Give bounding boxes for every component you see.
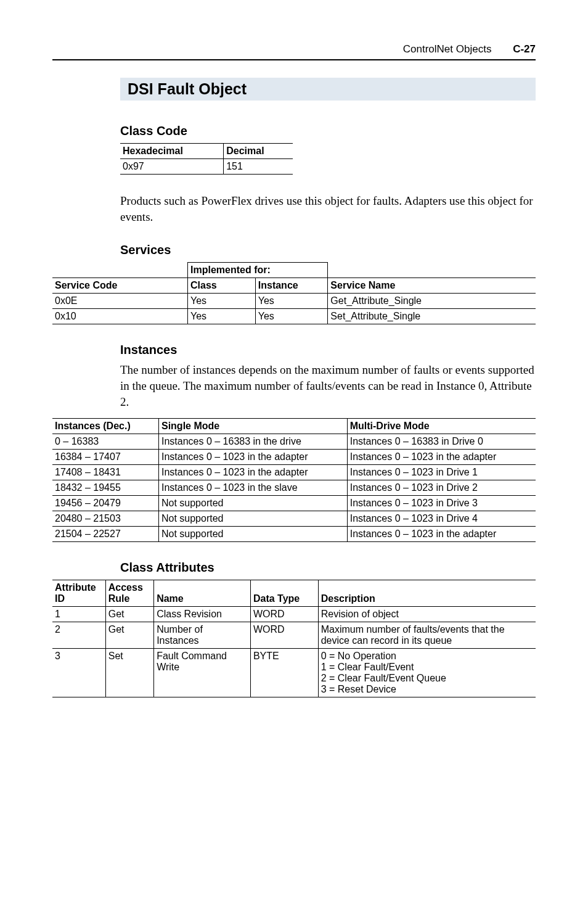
table-cell: 0 – 16383	[52, 434, 158, 450]
table-cell: 0 = No Operation 1 = Clear Fault/Event 2…	[318, 649, 536, 697]
table-cell: 0x10	[52, 309, 188, 324]
header-title: ControlNet Objects	[403, 43, 492, 55]
table-cell: Instances 0 – 1023 in the adapter	[347, 450, 536, 465]
th-attribute-id: Attribute ID	[52, 580, 105, 607]
table-cell: Get_Attribute_Single	[328, 294, 536, 309]
th-data-type: Data Type	[250, 580, 318, 607]
th-service-code: Service Code	[52, 278, 188, 294]
table-cell: Instances 0 – 16383 in the drive	[158, 434, 347, 450]
table-cell: Not supported	[158, 511, 347, 527]
table-cell: Instances 0 – 1023 in the adapter	[158, 465, 347, 480]
table-cell: Instances 0 – 1023 in the slave	[158, 480, 347, 496]
table-cell: Instances 0 – 16383 in Drive 0	[347, 434, 536, 450]
table-cell: Instances 0 – 1023 in Drive 1	[347, 465, 536, 480]
table-cell: Not supported	[158, 496, 347, 511]
section-title-bar: DSI Fault Object	[120, 78, 536, 101]
table-cell: 0x0E	[52, 294, 188, 309]
table-cell: Set_Attribute_Single	[328, 309, 536, 324]
table-cell: 3	[52, 649, 105, 697]
td-hex-value: 0x97	[120, 159, 224, 175]
services-table: Implemented for: Service Code Class Inst…	[52, 262, 536, 324]
table-cell: Instances 0 – 1023 in Drive 4	[347, 511, 536, 527]
table-cell: Maximum number of faults/events that the…	[318, 622, 536, 649]
table-cell: BYTE	[250, 649, 318, 697]
th-instance: Instance	[255, 278, 328, 294]
table-cell: 16384 – 17407	[52, 450, 158, 465]
th-access-rule: Access Rule	[105, 580, 153, 607]
heading-services: Services	[120, 243, 536, 257]
th-description: Description	[318, 580, 536, 607]
table-cell: Yes	[255, 309, 328, 324]
table-cell: Get	[105, 622, 153, 649]
table-cell: Revision of object	[318, 607, 536, 622]
table-cell: Instances 0 – 1023 in Drive 2	[347, 480, 536, 496]
table-cell: Instances 0 – 1023 in the adapter	[347, 527, 536, 542]
table-cell: Get	[105, 607, 153, 622]
th-implemented-for: Implemented for:	[188, 263, 328, 278]
th-name: Name	[154, 580, 251, 607]
table-cell: 18432 – 19455	[52, 480, 158, 496]
table-cell: 21504 – 22527	[52, 527, 158, 542]
page-header: ControlNet Objects C-27	[52, 43, 536, 60]
th-class: Class	[188, 278, 256, 294]
heading-class-attributes: Class Attributes	[120, 561, 536, 575]
th-decimal: Decimal	[224, 144, 293, 159]
table-cell: WORD	[250, 607, 318, 622]
table-cell: 1	[52, 607, 105, 622]
table-cell: Not supported	[158, 527, 347, 542]
th-single-mode: Single Mode	[158, 419, 347, 434]
table-cell: Yes	[255, 294, 328, 309]
header-page-number: C-27	[513, 43, 536, 55]
th-hexadecimal: Hexadecimal	[120, 144, 224, 159]
heading-class-code: Class Code	[120, 124, 536, 138]
body-instances: The number of instances depends on the m…	[120, 362, 536, 409]
class-attributes-table: Attribute ID Access Rule Name Data Type …	[52, 580, 536, 697]
instances-table: Instances (Dec.) Single Mode Multi-Drive…	[52, 418, 536, 542]
td-dec-value: 151	[224, 159, 293, 175]
table-cell: Number of Instances	[154, 622, 251, 649]
table-cell: 17408 – 18431	[52, 465, 158, 480]
table-cell: Yes	[188, 294, 256, 309]
table-cell: Instances 0 – 1023 in Drive 3	[347, 496, 536, 511]
th-multi-drive: Multi-Drive Mode	[347, 419, 536, 434]
body-class-code: Products such as PowerFlex drives use th…	[120, 193, 536, 224]
th-instances-dec: Instances (Dec.)	[52, 419, 158, 434]
heading-instances: Instances	[120, 343, 536, 357]
th-service-name: Service Name	[328, 278, 536, 294]
section-title: DSI Fault Object	[128, 80, 247, 97]
table-cell: Fault Command Write	[154, 649, 251, 697]
table-cell: 19456 – 20479	[52, 496, 158, 511]
table-cell: 2	[52, 622, 105, 649]
table-cell: Set	[105, 649, 153, 697]
class-code-table: Hexadecimal Decimal 0x97 151	[120, 143, 293, 175]
table-cell: Yes	[188, 309, 256, 324]
table-cell: Instances 0 – 1023 in the adapter	[158, 450, 347, 465]
table-cell: 20480 – 21503	[52, 511, 158, 527]
table-cell: WORD	[250, 622, 318, 649]
table-cell: Class Revision	[154, 607, 251, 622]
